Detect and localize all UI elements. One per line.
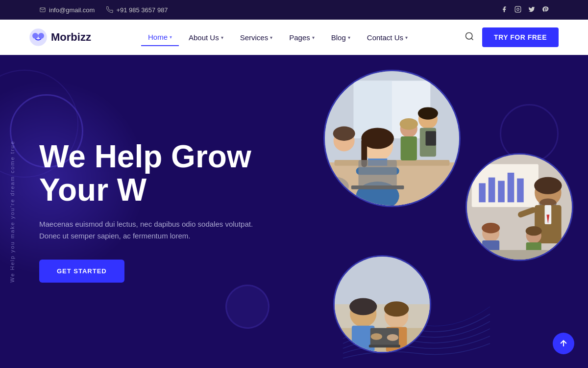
nav-contact[interactable]: Contact Us ▾	[360, 29, 415, 46]
email-contact[interactable]: info@gmail.com	[39, 6, 95, 14]
nav-links: Home ▾ About Us ▾ Services ▾ Pages ▾ Blo…	[141, 29, 415, 46]
arrow-up-icon	[559, 339, 568, 348]
social-links	[501, 6, 549, 14]
svg-rect-40	[535, 205, 561, 243]
nav-about-chevron: ▾	[221, 35, 223, 40]
navbar: Morbizz Home ▾ About Us ▾ Services ▾ Pag…	[0, 20, 588, 55]
svg-point-12	[356, 182, 399, 206]
hero-title: We Help Grow Your W	[39, 140, 265, 206]
phone-text: +91 985 3657 987	[116, 6, 168, 14]
svg-rect-17	[356, 167, 399, 175]
scroll-top-button[interactable]	[553, 333, 574, 354]
svg-rect-11	[335, 160, 450, 166]
svg-point-39	[539, 198, 557, 208]
svg-rect-33	[489, 178, 495, 203]
svg-point-45	[482, 223, 500, 233]
logo-text: Morbizz	[51, 31, 91, 44]
facebook-icon[interactable]	[501, 6, 508, 14]
email-icon	[39, 6, 46, 13]
hero-image-1	[323, 70, 461, 207]
svg-rect-36	[517, 179, 524, 203]
svg-rect-30	[467, 155, 572, 260]
logo-icon	[29, 28, 47, 46]
hero-description: Maecenas euismod dui lectus, nec dapibus…	[39, 218, 265, 242]
svg-rect-10	[325, 162, 459, 206]
svg-point-37	[535, 180, 561, 206]
svg-rect-29	[401, 136, 417, 160]
svg-point-22	[325, 177, 349, 196]
nav-pages-label: Pages	[289, 33, 310, 42]
svg-rect-32	[479, 183, 486, 202]
svg-point-3	[30, 29, 47, 46]
svg-point-63	[387, 334, 398, 341]
phone-icon	[106, 6, 113, 13]
svg-rect-61	[369, 344, 400, 347]
svg-rect-43	[517, 207, 537, 218]
logo[interactable]: Morbizz	[29, 28, 91, 46]
nav-pages[interactable]: Pages ▾	[282, 29, 321, 46]
twitter-icon[interactable]	[528, 6, 535, 14]
svg-point-48	[526, 226, 542, 236]
hero-title-line2: Your W	[39, 172, 147, 208]
nav-blog[interactable]: Blog ▾	[324, 29, 357, 46]
svg-point-13	[362, 130, 393, 161]
instagram-icon[interactable]	[514, 6, 521, 14]
svg-point-62	[371, 333, 382, 340]
svg-rect-56	[352, 326, 375, 352]
svg-rect-51	[335, 257, 430, 352]
svg-point-54	[350, 300, 376, 327]
svg-rect-59	[386, 327, 407, 352]
nav-contact-chevron: ▾	[405, 35, 408, 40]
get-started-button[interactable]: GET STARTED	[39, 260, 124, 283]
svg-point-23	[418, 109, 438, 129]
svg-rect-46	[482, 240, 499, 260]
svg-point-28	[400, 118, 418, 130]
hero-images	[284, 55, 588, 368]
svg-point-27	[400, 120, 417, 137]
svg-rect-16	[368, 158, 387, 166]
nav-blog-chevron: ▾	[348, 35, 350, 40]
svg-point-14	[361, 128, 394, 149]
svg-point-21	[333, 127, 355, 141]
svg-rect-53	[335, 328, 430, 352]
pinterest-icon[interactable]	[542, 6, 549, 14]
nav-about-label: About Us	[189, 33, 219, 42]
svg-rect-41	[545, 205, 552, 224]
svg-point-55	[349, 298, 377, 315]
phone-contact[interactable]: +91 985 3657 987	[106, 6, 168, 14]
svg-rect-31	[472, 164, 539, 207]
svg-rect-35	[508, 173, 514, 202]
nav-contact-label: Contact Us	[367, 33, 403, 42]
svg-point-58	[384, 301, 409, 316]
hero-title-line1: We Help Grow	[39, 139, 251, 174]
deco-circle-3	[500, 104, 559, 163]
try-for-free-button[interactable]: TRY FOR FREE	[482, 27, 559, 47]
nav-blog-label: Blog	[331, 33, 346, 42]
svg-marker-42	[546, 215, 549, 224]
svg-point-24	[418, 107, 438, 119]
nav-home-label: Home	[148, 33, 168, 41]
svg-point-4	[32, 33, 38, 39]
svg-rect-50	[467, 250, 572, 260]
svg-rect-15	[361, 138, 367, 167]
svg-point-6	[466, 32, 472, 39]
nav-about[interactable]: About Us ▾	[182, 29, 230, 46]
nav-services[interactable]: Services ▾	[233, 29, 280, 46]
wave-lines	[343, 270, 490, 368]
svg-rect-9	[354, 81, 392, 138]
svg-point-38	[534, 177, 562, 194]
svg-rect-7	[325, 71, 459, 206]
svg-rect-19	[351, 185, 404, 189]
svg-rect-49	[526, 242, 541, 260]
svg-point-47	[526, 228, 541, 243]
email-text: info@gmail.com	[49, 6, 95, 14]
svg-rect-8	[354, 81, 431, 138]
svg-rect-34	[498, 181, 505, 203]
hero-image-3	[333, 255, 431, 353]
hero-image-2	[466, 153, 573, 261]
nav-services-chevron: ▾	[270, 35, 272, 40]
nav-home[interactable]: Home ▾	[141, 29, 179, 46]
svg-rect-18	[359, 160, 397, 186]
svg-rect-25	[420, 128, 436, 157]
search-icon[interactable]	[465, 31, 474, 44]
